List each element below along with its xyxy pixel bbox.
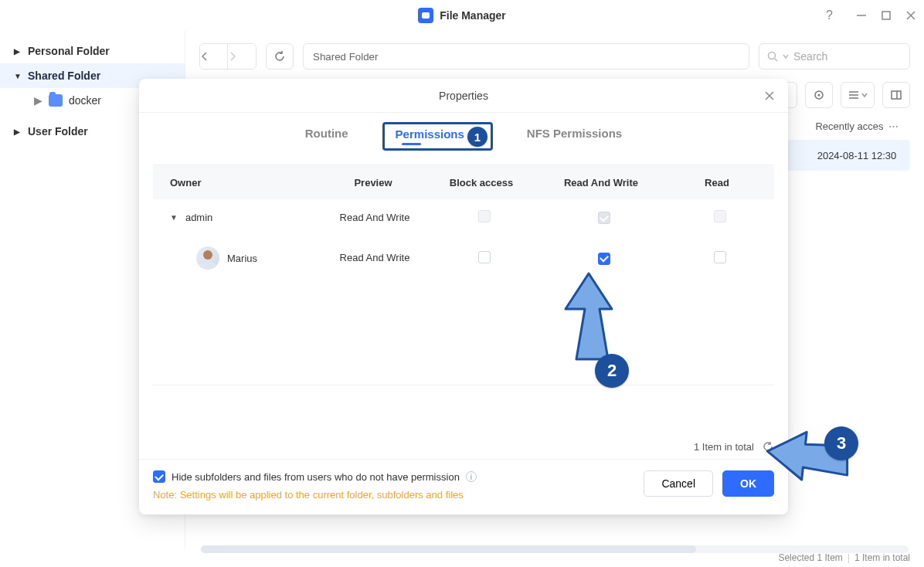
chevron-down-icon: ▼ bbox=[14, 72, 22, 80]
checkbox-block-marius[interactable] bbox=[478, 251, 491, 263]
col-read: Read bbox=[663, 177, 771, 188]
sidebar-sub-label: docker bbox=[69, 94, 101, 107]
total-text: 1 Item in total bbox=[694, 441, 754, 453]
close-icon[interactable] bbox=[905, 10, 916, 21]
checkbox-rw-admin bbox=[598, 212, 610, 224]
modal-footer: Hide subfolders and files from users who… bbox=[139, 459, 788, 514]
status-selected: Selected 1 Item bbox=[778, 552, 842, 563]
annotation-badge-1: 1 bbox=[467, 127, 487, 147]
tab-permissions-highlight: Permissions 1 bbox=[382, 122, 493, 151]
sidebar-item-personal[interactable]: ▶ Personal Folder bbox=[0, 39, 185, 63]
col-rw: Read And Write bbox=[539, 177, 663, 188]
app-title: File Manager bbox=[440, 9, 506, 22]
titlebar: File Manager ? bbox=[0, 0, 924, 31]
divider bbox=[153, 385, 774, 385]
folder-icon bbox=[49, 94, 63, 107]
perm-row-admin: ▼ admin Read And Write bbox=[153, 199, 774, 236]
app-icon bbox=[418, 8, 433, 23]
checkbox-read-marius[interactable] bbox=[714, 251, 726, 263]
chevron-right-icon: ▶ bbox=[14, 127, 22, 136]
tab-routine[interactable]: Routine bbox=[297, 122, 356, 151]
refresh-icon[interactable] bbox=[762, 440, 774, 453]
search-icon bbox=[767, 51, 778, 62]
owner-name: Marius bbox=[227, 253, 257, 264]
status-total: 1 Item in total bbox=[854, 552, 910, 563]
search-box[interactable]: Search bbox=[759, 43, 910, 70]
col-block: Block access bbox=[423, 177, 539, 188]
checkbox-rw-marius[interactable] bbox=[598, 253, 610, 265]
toolbar: Search bbox=[199, 43, 910, 70]
modal-header: Properties bbox=[139, 79, 788, 113]
view-icon[interactable] bbox=[841, 82, 875, 108]
modal-tabs: Routine Permissions 1 NFS Permissions bbox=[139, 113, 788, 161]
hide-label: Hide subfolders and files from users who… bbox=[172, 471, 460, 483]
tab-permissions[interactable]: Permissions bbox=[396, 127, 464, 141]
col-recently-accessed[interactable]: Recently acces ⋯ bbox=[803, 121, 910, 132]
svg-rect-1 bbox=[882, 12, 890, 19]
back-button[interactable] bbox=[200, 44, 228, 69]
svg-rect-13 bbox=[892, 91, 901, 99]
avatar-icon bbox=[196, 246, 219, 270]
sidebar-label: Personal Folder bbox=[28, 45, 110, 57]
caret-down-icon[interactable]: ▼ bbox=[170, 213, 178, 222]
row-date: 2024-08-11 12:30 bbox=[803, 150, 910, 161]
separator: | bbox=[848, 552, 850, 563]
chevron-down-icon bbox=[783, 53, 789, 59]
ok-button[interactable]: OK bbox=[722, 470, 774, 497]
permissions-table: Owner Preview Block access Read And Writ… bbox=[153, 165, 774, 280]
svg-line-5 bbox=[775, 59, 777, 61]
path-input[interactable] bbox=[303, 43, 749, 70]
nav-buttons bbox=[199, 43, 256, 70]
settings-icon[interactable] bbox=[805, 82, 833, 108]
checkbox-hide-subfolders[interactable] bbox=[153, 470, 165, 483]
scrollbar[interactable] bbox=[201, 545, 909, 553]
refresh-button[interactable] bbox=[266, 43, 294, 70]
total-row: 1 Item in total bbox=[139, 440, 788, 459]
perm-row-marius: Marius Read And Write bbox=[153, 236, 774, 280]
tab-nfs[interactable]: NFS Permissions bbox=[519, 122, 630, 151]
more-icon[interactable]: ⋯ bbox=[888, 121, 899, 132]
hide-subfolders-row: Hide subfolders and files from users who… bbox=[153, 470, 634, 483]
info-icon[interactable]: i bbox=[466, 471, 477, 482]
owner-name: admin bbox=[185, 212, 212, 223]
modal-title: Properties bbox=[439, 90, 488, 102]
panel-icon[interactable] bbox=[882, 82, 910, 108]
minimize-icon[interactable] bbox=[856, 10, 867, 21]
modal-close-button[interactable] bbox=[762, 88, 777, 104]
table-header: Owner Preview Block access Read And Writ… bbox=[153, 165, 774, 199]
chevron-right-icon: ▶ bbox=[14, 47, 22, 56]
maximize-icon[interactable] bbox=[881, 10, 892, 21]
properties-modal: Properties Routine Permissions 1 NFS Per… bbox=[139, 79, 788, 514]
checkbox-read-admin bbox=[714, 210, 726, 222]
sidebar-label: User Folder bbox=[28, 125, 88, 138]
forward-button[interactable] bbox=[228, 44, 256, 69]
help-icon[interactable]: ? bbox=[826, 8, 833, 22]
note-text: Note: Settings will be applied to the cu… bbox=[153, 489, 634, 501]
svg-point-9 bbox=[818, 94, 820, 97]
preview-value: Read And Write bbox=[332, 212, 417, 224]
app-title-wrap: File Manager bbox=[418, 8, 506, 23]
col-preview: Preview bbox=[323, 177, 423, 188]
window-controls bbox=[856, 10, 916, 21]
search-placeholder: Search bbox=[793, 50, 827, 63]
col-owner: Owner bbox=[153, 177, 323, 188]
svg-point-4 bbox=[769, 53, 776, 59]
checkbox-block-admin bbox=[478, 210, 491, 222]
sidebar-label: Shared Folder bbox=[28, 70, 100, 82]
cancel-button[interactable]: Cancel bbox=[644, 470, 713, 497]
chevron-right-icon: ▶ bbox=[34, 94, 42, 107]
preview-value: Read And Write bbox=[332, 252, 417, 264]
